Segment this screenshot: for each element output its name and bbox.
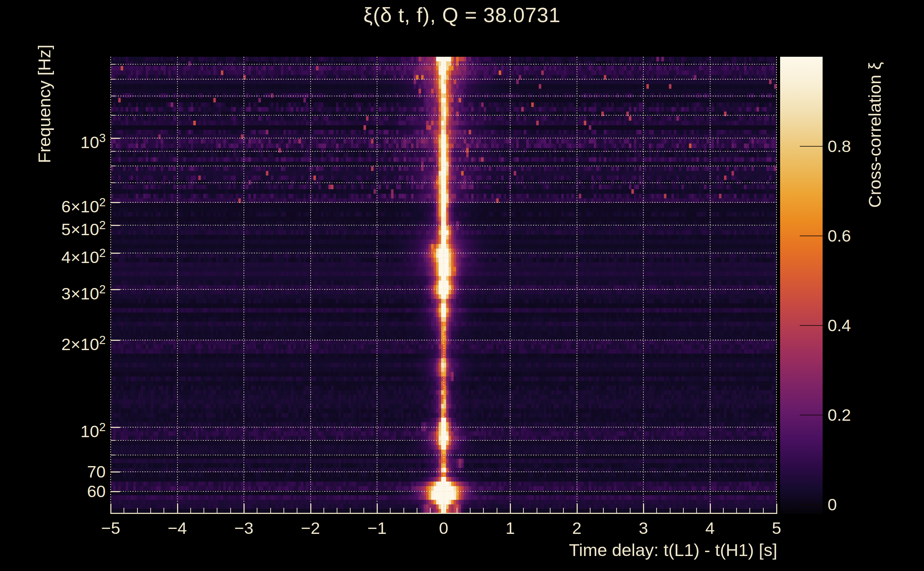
y-tick (111, 96, 115, 96)
x-gridline (643, 57, 644, 514)
x-minor-tick (683, 508, 684, 514)
x-major-tick (643, 503, 644, 514)
x-gridline (443, 57, 444, 514)
y-tick (111, 427, 120, 428)
y-tick (111, 471, 120, 472)
y-tick (111, 202, 120, 203)
y-tick (111, 64, 115, 65)
y-tick-label: 102 (27, 418, 106, 437)
x-minor-tick (257, 508, 257, 514)
y-gridline (111, 440, 777, 441)
x-gridline (244, 57, 244, 514)
x-minor-tick (457, 508, 457, 514)
y-axis-title: Frequency [Hz] (34, 13, 54, 195)
x-tick-label: 5 (748, 518, 805, 538)
x-major-tick (576, 503, 578, 514)
x-minor-tick (204, 508, 204, 514)
x-tick-label: −4 (149, 518, 206, 538)
y-gridline (111, 455, 777, 455)
y-gridline (111, 79, 777, 80)
x-minor-tick (403, 508, 404, 514)
x-tick-label: 3 (615, 518, 672, 538)
x-minor-tick (270, 508, 271, 514)
x-minor-tick (630, 508, 630, 514)
colorbar-tick (800, 504, 823, 505)
x-major-tick (177, 503, 178, 514)
colorbar-tick-label: 0.2 (828, 405, 899, 425)
x-minor-tick (164, 508, 164, 514)
x-minor-tick (283, 508, 284, 514)
y-gridline (111, 225, 777, 225)
y-tick (111, 491, 120, 492)
y-tick-label: 2×102 (27, 330, 106, 350)
x-minor-tick (656, 508, 657, 514)
x-minor-tick (430, 508, 431, 514)
y-gridline (111, 202, 777, 203)
y-tick-label: 3×102 (27, 280, 106, 299)
x-major-tick (310, 503, 311, 514)
y-gridline (111, 165, 777, 166)
y-tick (111, 79, 115, 80)
y-gridline (111, 289, 777, 290)
x-major-tick (510, 503, 511, 514)
y-gridline (111, 138, 777, 139)
x-major-tick (776, 503, 777, 514)
y-tick-label: 60 (27, 482, 106, 501)
y-tick (111, 289, 120, 290)
y-tick (111, 151, 115, 152)
x-tick-label: 0 (415, 518, 472, 538)
y-tick (111, 115, 115, 116)
y-tick (111, 165, 115, 166)
x-major-tick (377, 503, 378, 514)
chart-title: ξ(δ t, f), Q = 38.0731 (0, 3, 924, 27)
colorbar-tick-label: 0.8 (828, 136, 899, 156)
x-minor-tick (497, 508, 498, 514)
spectrogram-figure: ξ(δ t, f), Q = 38.0731 Frequency [Hz] −5… (0, 0, 924, 571)
x-gridline (710, 57, 711, 514)
x-minor-tick (137, 508, 138, 514)
colorbar-title: Cross-correlation ξ (865, 28, 885, 242)
x-minor-tick (670, 508, 671, 514)
y-tick-label: 70 (27, 462, 106, 481)
x-minor-tick (390, 508, 391, 514)
y-gridline (111, 115, 777, 116)
x-gridline (310, 57, 311, 514)
x-gridline (377, 57, 377, 514)
y-gridline (111, 96, 777, 96)
x-minor-tick (323, 508, 324, 514)
x-minor-tick (363, 508, 364, 514)
x-tick-label: −1 (348, 518, 406, 538)
x-tick-label: −5 (82, 518, 139, 538)
x-tick-label: 2 (549, 518, 606, 538)
colorbar-tick (800, 146, 823, 147)
x-major-tick (443, 503, 445, 514)
y-gridline (111, 253, 777, 253)
x-major-tick (110, 503, 111, 514)
x-tick-label: 1 (482, 518, 539, 538)
x-tick-label: 4 (681, 518, 739, 538)
y-tick (111, 182, 115, 183)
y-gridline (111, 340, 777, 341)
plot-left-border (110, 57, 111, 514)
y-tick (111, 225, 120, 226)
x-minor-tick (350, 508, 351, 514)
x-minor-tick (470, 508, 471, 514)
colorbar-tick-label: 0 (828, 495, 899, 515)
y-tick-label: 103 (27, 128, 106, 148)
x-axis-title: Time delay: t(L1) - t(H1) [s] (420, 540, 777, 560)
x-minor-tick (590, 508, 590, 514)
x-gridline (576, 57, 577, 514)
colorbar-tick-label: 0.4 (828, 315, 899, 335)
x-minor-tick (537, 508, 537, 514)
x-minor-tick (616, 508, 617, 514)
x-tick-label: −2 (282, 518, 339, 538)
x-minor-tick (337, 508, 337, 514)
y-tick (111, 455, 115, 455)
x-minor-tick (696, 508, 697, 514)
x-minor-tick (483, 508, 484, 514)
colorbar-tick (800, 325, 823, 326)
x-minor-tick (563, 508, 564, 514)
colorbar-tick (800, 415, 823, 415)
x-minor-tick (550, 508, 550, 514)
x-gridline (510, 57, 511, 514)
